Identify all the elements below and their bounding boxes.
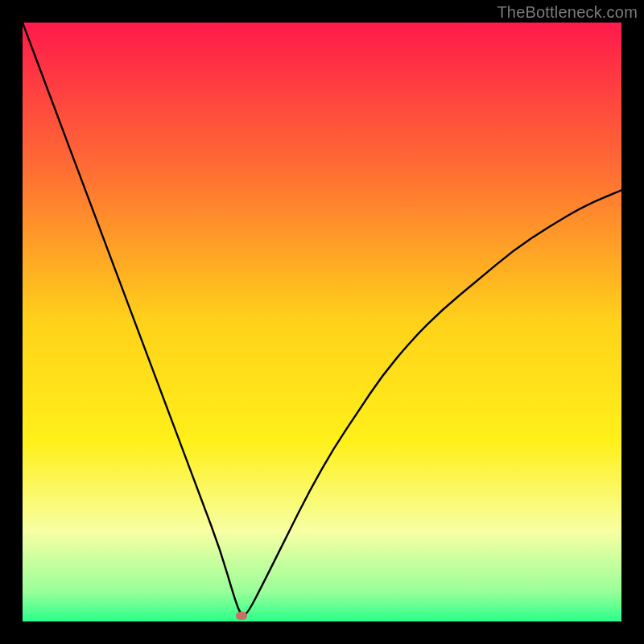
bottleneck-curve [23, 23, 621, 621]
watermark-text: TheBottleneck.com [497, 3, 638, 22]
plot-area [23, 23, 621, 621]
minimum-marker [236, 612, 247, 620]
chart-frame: TheBottleneck.com [0, 0, 644, 644]
